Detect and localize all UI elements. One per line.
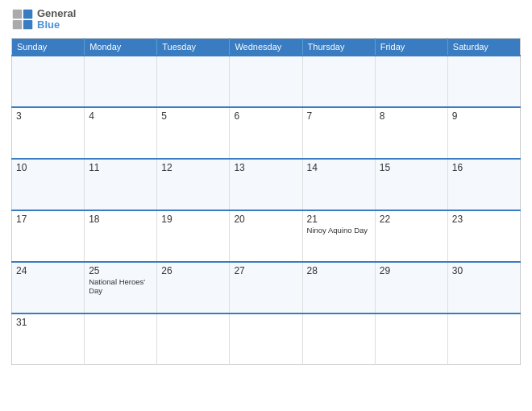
day-number: 6 [234,110,297,122]
svg-rect-0 [13,10,22,19]
calendar-cell: 14 [302,159,375,210]
calendar-cell: 26 [157,262,230,313]
logo: GeneralBlue [11,8,76,31]
day-number: 23 [452,214,516,225]
calendar-cell: 3 [12,107,85,159]
week-row-4: 1718192021Ninoy Aquino Day2223 [12,210,521,262]
day-number: 7 [307,110,371,122]
day-number: 25 [89,265,152,276]
day-number: 24 [16,265,80,276]
day-header-wednesday: Wednesday [230,38,302,56]
calendar-cell [85,56,157,107]
week-row-6: 31 [12,313,521,365]
svg-rect-2 [13,20,22,29]
calendar-cell: 20 [230,210,302,262]
calendar-cell: 13 [230,159,302,210]
day-number: 21 [307,214,371,225]
day-header-thursday: Thursday [302,38,375,56]
calendar-cell: 28 [302,262,375,313]
logo-text: GeneralBlue [37,8,76,31]
day-number: 19 [161,214,225,225]
day-number: 4 [89,110,152,122]
calendar-cell: 10 [12,159,85,210]
calendar-cell [230,313,302,365]
calendar-cell [447,313,520,365]
calendar-cell [302,313,375,365]
day-number: 30 [452,265,516,276]
calendar-table: SundayMondayTuesdayWednesdayThursdayFrid… [11,38,521,366]
calendar-cell: 21Ninoy Aquino Day [302,210,375,262]
calendar-cell [157,313,230,365]
event-label: Ninoy Aquino Day [307,226,371,235]
calendar-cell: 9 [447,107,520,159]
day-number: 14 [307,162,371,173]
calendar-cell: 27 [230,262,302,313]
day-number: 3 [16,110,80,122]
day-number: 8 [380,110,443,122]
day-number: 5 [161,110,225,122]
day-number: 31 [16,317,80,328]
calendar-cell [447,56,520,107]
calendar-cell: 24 [12,262,85,313]
day-number: 11 [89,162,152,173]
calendar-cell [375,313,447,365]
day-number: 27 [234,265,297,276]
calendar-cell [12,56,85,107]
calendar-cell: 8 [375,107,447,159]
calendar-cell: 17 [12,210,85,262]
calendar-cell [85,313,157,365]
calendar-cell [375,56,447,107]
day-number: 20 [234,214,297,225]
week-row-1 [12,56,521,107]
calendar-cell: 23 [447,210,520,262]
calendar-cell [157,56,230,107]
calendar-cell: 4 [85,107,157,159]
day-number: 26 [161,265,225,276]
calendar-cell: 12 [157,159,230,210]
day-number: 18 [89,214,152,225]
calendar-cell: 7 [302,107,375,159]
calendar-cell: 25National Heroes' Day [85,262,157,313]
calendar-cell: 22 [375,210,447,262]
week-row-2: 3456789 [12,107,521,159]
day-number: 22 [380,214,443,225]
day-number: 16 [452,162,516,173]
svg-rect-3 [23,20,32,29]
day-number: 10 [16,162,80,173]
week-row-5: 2425National Heroes' Day2627282930 [12,262,521,313]
day-number: 17 [16,214,80,225]
week-row-3: 10111213141516 [12,159,521,210]
day-number: 15 [380,162,443,173]
calendar-page: GeneralBlue SundayMondayTuesdayWednesday… [0,0,532,411]
day-number: 28 [307,265,371,276]
day-header-friday: Friday [375,38,447,56]
day-header-tuesday: Tuesday [157,38,230,56]
calendar-cell: 6 [230,107,302,159]
header: GeneralBlue [11,8,521,31]
calendar-cell [230,56,302,107]
day-header-saturday: Saturday [447,38,520,56]
calendar-cell: 5 [157,107,230,159]
calendar-cell: 29 [375,262,447,313]
calendar-cell: 15 [375,159,447,210]
calendar-cell [302,56,375,107]
calendar-cell: 31 [12,313,85,365]
day-header-sunday: Sunday [12,38,85,56]
logo-icon [11,8,34,31]
day-number: 12 [161,162,225,173]
calendar-cell: 11 [85,159,157,210]
calendar-cell: 18 [85,210,157,262]
day-number: 9 [452,110,516,122]
calendar-cell: 30 [447,262,520,313]
event-label: National Heroes' Day [89,277,152,296]
days-header-row: SundayMondayTuesdayWednesdayThursdayFrid… [12,38,521,56]
day-header-monday: Monday [85,38,157,56]
day-number: 29 [380,265,443,276]
day-number: 13 [234,162,297,173]
calendar-cell: 16 [447,159,520,210]
svg-rect-1 [23,10,32,19]
calendar-cell: 19 [157,210,230,262]
